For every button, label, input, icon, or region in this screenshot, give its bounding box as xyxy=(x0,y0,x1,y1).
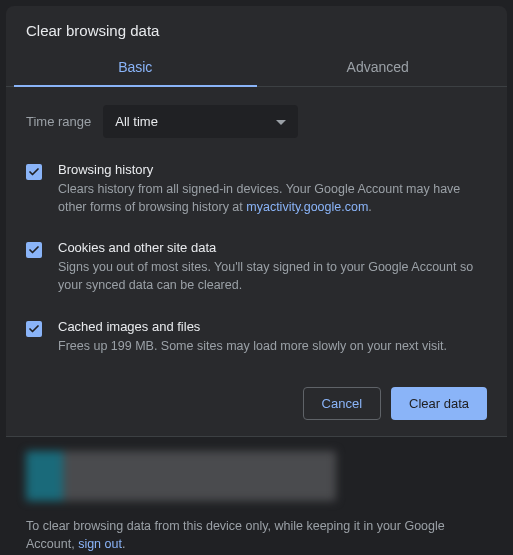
footer: To clear browsing data from this device … xyxy=(6,436,507,555)
clear-browsing-data-dialog: Clear browsing data Basic Advanced Time … xyxy=(6,6,507,549)
option-title: Browsing history xyxy=(58,162,487,177)
check-icon xyxy=(28,244,40,256)
tab-basic[interactable]: Basic xyxy=(14,47,257,87)
chevron-down-icon xyxy=(276,114,286,129)
time-range-select[interactable]: All time xyxy=(103,105,298,138)
checkbox-cookies[interactable] xyxy=(26,242,42,258)
account-info-redacted xyxy=(26,451,336,501)
tab-bar: Basic Advanced xyxy=(6,47,507,87)
dialog-title: Clear browsing data xyxy=(6,6,507,47)
option-cookies: Cookies and other site data Signs you ou… xyxy=(26,230,487,308)
option-title: Cached images and files xyxy=(58,319,487,334)
options-list: Browsing history Clears history from all… xyxy=(6,152,507,369)
option-cache: Cached images and files Frees up 199 MB.… xyxy=(26,309,487,369)
time-range-row: Time range All time xyxy=(6,87,507,152)
button-row: Cancel Clear data xyxy=(6,369,507,436)
footer-note: To clear browsing data from this device … xyxy=(26,517,487,555)
sign-out-link[interactable]: sign out xyxy=(78,537,122,551)
option-description: Frees up 199 MB. Some sites may load mor… xyxy=(58,337,487,355)
option-title: Cookies and other site data xyxy=(58,240,487,255)
time-range-value: All time xyxy=(115,114,158,129)
checkbox-cache[interactable] xyxy=(26,321,42,337)
checkbox-browsing-history[interactable] xyxy=(26,164,42,180)
myactivity-link[interactable]: myactivity.google.com xyxy=(246,200,368,214)
tab-advanced[interactable]: Advanced xyxy=(257,47,500,86)
option-description: Signs you out of most sites. You'll stay… xyxy=(58,258,487,294)
check-icon xyxy=(28,166,40,178)
option-description: Clears history from all signed-in device… xyxy=(58,180,487,216)
time-range-label: Time range xyxy=(26,114,91,129)
option-browsing-history: Browsing history Clears history from all… xyxy=(26,152,487,230)
clear-data-button[interactable]: Clear data xyxy=(391,387,487,420)
cancel-button[interactable]: Cancel xyxy=(303,387,381,420)
check-icon xyxy=(28,323,40,335)
